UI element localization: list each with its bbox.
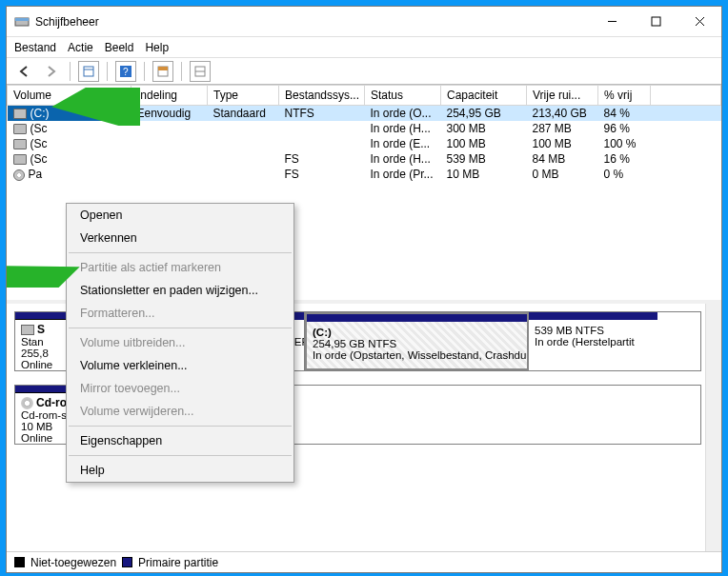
col-pctfree[interactable]: % vrij: [598, 86, 651, 106]
menu-help[interactable]: Help: [145, 41, 169, 54]
ctx-format: Formatteren...: [67, 302, 293, 325]
col-free[interactable]: Vrije rui...: [527, 86, 598, 106]
legend-primary: Primaire partitie: [138, 556, 218, 569]
close-button[interactable]: [677, 7, 721, 36]
forward-button[interactable]: [41, 61, 62, 82]
volume-list-pane: Volume Indeling Type Bestandssys... Stat…: [7, 85, 721, 304]
table-row[interactable]: (ScIn orde (H...300 MB287 MB96 %: [8, 121, 721, 136]
back-button[interactable]: [14, 61, 35, 82]
ctx-shrink[interactable]: Volume verkleinen...: [67, 354, 293, 377]
maximize-button[interactable]: [634, 7, 677, 36]
toolbar-separator: [144, 62, 145, 81]
toolbar: ?: [7, 58, 721, 85]
col-type[interactable]: Type: [208, 86, 279, 106]
disc-icon: [21, 397, 33, 409]
minimize-button[interactable]: [590, 7, 634, 36]
volume-table[interactable]: Volume Indeling Type Bestandssys... Stat…: [7, 85, 721, 182]
drive-icon: [13, 154, 27, 165]
ctx-properties[interactable]: Eigenschappen: [67, 429, 293, 452]
legend-bar: Niet-toegewezen Primaire partitie: [7, 551, 721, 572]
disk-management-window: Schijfbeheer Bestand Actie Beeld Help ?: [6, 6, 722, 573]
legend-swatch-primary: [122, 557, 132, 567]
toolbar-separator: [181, 62, 182, 81]
refresh-button[interactable]: [78, 61, 99, 82]
drive-icon: [13, 124, 27, 134]
partition[interactable]: 539 MB NTFSIn orde (Herstelpartit: [529, 312, 657, 370]
svg-rect-11: [158, 67, 168, 70]
ctx-delete: Volume verwijderen...: [67, 400, 293, 423]
legend-swatch-unallocated: [14, 557, 25, 567]
partition[interactable]: (C:)254,95 GB NTFSIn orde (Opstarten, Wi…: [305, 312, 529, 370]
col-fs[interactable]: Bestandssys...: [279, 86, 365, 106]
ctx-open[interactable]: Openen: [67, 204, 293, 227]
table-row[interactable]: (ScIn orde (E...100 MB100 MB100 %: [8, 136, 721, 151]
svg-rect-3: [652, 17, 660, 26]
col-layout[interactable]: Indeling: [131, 86, 208, 106]
ctx-mirror: Mirror toevoegen...: [67, 377, 293, 400]
table-row[interactable]: (ScFSIn orde (H...539 MB84 MB16 %: [8, 151, 721, 167]
ctx-change-letter[interactable]: Stationsletter en paden wijzigen...: [67, 279, 293, 302]
ctx-extend: Volume uitbreiden...: [67, 331, 293, 354]
col-volume[interactable]: Volume: [8, 86, 131, 106]
toolbar-separator: [70, 62, 71, 81]
toolbar-separator: [107, 62, 108, 81]
menu-action[interactable]: Actie: [68, 41, 93, 54]
view2-button[interactable]: [190, 61, 211, 82]
ctx-mark-active: Partitie als actief markeren: [67, 256, 293, 279]
drive-icon: [21, 325, 34, 335]
view1-button[interactable]: [152, 61, 173, 82]
ctx-explore[interactable]: Verkennen: [67, 227, 293, 249]
drive-icon: [13, 139, 27, 149]
legend-unallocated: Niet-toegewezen: [30, 556, 116, 569]
context-menu: Openen Verkennen Partitie als actief mar…: [66, 203, 294, 483]
table-row[interactable]: (C:)EenvoudigStandaardNTFSIn orde (O...2…: [8, 106, 721, 122]
col-blank: [651, 86, 721, 106]
help-button[interactable]: ?: [115, 61, 136, 82]
vertical-scrollbar[interactable]: [705, 304, 721, 551]
table-row[interactable]: PaFSIn orde (Pr...10 MB0 MB0 %: [8, 167, 721, 182]
table-header-row[interactable]: Volume Indeling Type Bestandssys... Stat…: [8, 86, 721, 106]
col-status[interactable]: Status: [365, 86, 441, 106]
menu-file[interactable]: Bestand: [14, 41, 56, 54]
col-capacity[interactable]: Capaciteit: [441, 86, 527, 106]
svg-rect-1: [15, 18, 29, 21]
app-icon: [14, 14, 30, 30]
menubar: Bestand Actie Beeld Help: [7, 37, 721, 58]
ctx-help[interactable]: Help: [67, 459, 293, 482]
drive-icon: [13, 109, 27, 119]
disc-icon: [13, 169, 25, 181]
svg-text:?: ?: [123, 67, 129, 77]
window-title: Schijfbeheer: [35, 15, 99, 29]
svg-rect-6: [84, 67, 93, 76]
titlebar: Schijfbeheer: [7, 7, 721, 37]
menu-view[interactable]: Beeld: [105, 41, 134, 54]
